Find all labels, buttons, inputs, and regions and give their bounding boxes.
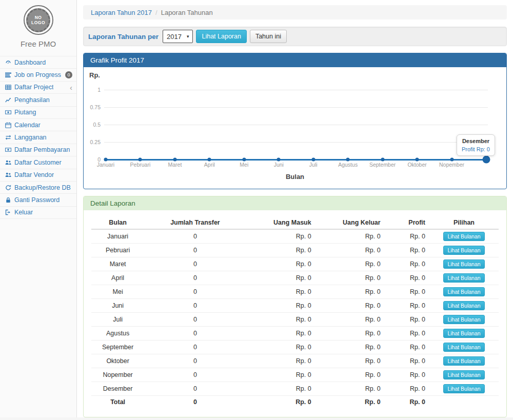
chart-point-nopember[interactable] <box>450 158 453 162</box>
cell-uang_masuk: Rp. 0 <box>246 299 315 313</box>
chart-point-desember[interactable] <box>483 156 490 164</box>
chart-point-pebruari[interactable] <box>139 158 142 162</box>
sidebar-item-daftar-project[interactable]: Daftar Project‹ <box>0 82 76 94</box>
cell-profit: Rp. 0 <box>385 382 429 396</box>
x-tick-label-september: September <box>364 162 402 168</box>
cell-jumlah_transfer: 0 <box>144 271 246 285</box>
sidebar-item-label: Daftar Pembayaran <box>14 146 70 153</box>
lihat-laporan-button[interactable]: Lihat Laporan <box>196 30 246 43</box>
chart-point-januari[interactable] <box>104 158 108 162</box>
lihat-bulanan-button-desember[interactable]: Lihat Bulanan <box>443 384 484 393</box>
cell-uang_keluar: Rp. 0 <box>315 257 385 271</box>
chart-point-maret[interactable] <box>173 158 176 162</box>
cell-uang_masuk: Rp. 0 <box>246 244 315 257</box>
sidebar-item-label: Ganti Password <box>14 196 60 204</box>
profit-chart: Rp. Bulan Desember Profit Rp: 0 00.250.5… <box>84 67 506 189</box>
column-header-jumlah-transfer: Jumlah Transfer <box>144 216 246 229</box>
cell-uang_keluar: Rp. 0 <box>315 285 385 299</box>
cell-jumlah_transfer: 0 <box>144 341 246 354</box>
x-tick-label-maret: Maret <box>156 162 194 168</box>
cell-bulan: Juli <box>91 313 144 327</box>
sidebar: NO LOGO Free PMO DashboardJob on Progres… <box>0 0 77 417</box>
year-select-value: 2017 <box>167 33 182 41</box>
year-select[interactable]: 2017 ▾ <box>163 30 193 43</box>
chart-point-agustus[interactable] <box>346 158 350 162</box>
cell-jumlah_transfer: 0 <box>144 368 246 382</box>
sidebar-item-penghasilan[interactable]: Penghasilan <box>0 94 76 106</box>
lihat-bulanan-button-pebruari[interactable]: Lihat Bulanan <box>443 246 484 255</box>
retweet-icon <box>4 134 12 141</box>
sidebar-item-daftar-customer[interactable]: Daftar Customer <box>0 156 76 169</box>
cell-bulan: Januari <box>91 229 144 244</box>
cell-pilihan: Lihat Bulanan <box>429 244 499 257</box>
cell-uang_masuk: Rp. 0 <box>246 257 315 271</box>
table-row-total: Total0Rp. 0Rp. 0Rp. 0 <box>91 396 499 408</box>
cell-profit: Rp. 0 <box>385 244 429 257</box>
sidebar-item-ganti-password[interactable]: Ganti Password <box>0 194 76 206</box>
lihat-bulanan-button-april[interactable]: Lihat Bulanan <box>443 273 484 283</box>
sidebar-item-daftar-vendor[interactable]: Daftar Vendor <box>0 169 76 182</box>
sidebar-item-job-on-progress[interactable]: Job on Progress0 <box>0 69 76 81</box>
cell-uang_keluar: Rp. 0 <box>315 271 385 285</box>
sidebar-item-backup-restore-db[interactable]: Backup/Restore DB <box>0 182 76 194</box>
chart-tooltip: Desember Profit Rp: 0 <box>457 134 495 156</box>
sidebar-item-dashboard[interactable]: Dashboard <box>0 56 76 69</box>
chart-point-mei[interactable] <box>242 158 246 162</box>
table-row-pebruari: Pebruari0Rp. 0Rp. 0Rp. 0Lihat Bulanan <box>91 244 499 257</box>
brand: NO LOGO Free PMO <box>0 0 76 52</box>
table-row-oktober: Oktober0Rp. 0Rp. 0Rp. 0Lihat Bulanan <box>91 354 499 368</box>
y-axis-title: Rp. <box>89 71 100 79</box>
lihat-bulanan-button-maret[interactable]: Lihat Bulanan <box>443 259 484 269</box>
cell-bulan: Maret <box>91 257 144 271</box>
lihat-bulanan-button-nopember[interactable]: Lihat Bulanan <box>443 370 484 379</box>
lihat-bulanan-button-januari[interactable]: Lihat Bulanan <box>443 232 484 241</box>
cell-pilihan: Lihat Bulanan <box>429 257 499 271</box>
sidebar-item-daftar-pembayaran[interactable]: Daftar Pembayaran <box>0 144 76 156</box>
chart-tooltip-title: Desember <box>462 138 490 144</box>
sidebar-item-keluar[interactable]: Keluar <box>0 207 76 219</box>
table-row-april: April0Rp. 0Rp. 0Rp. 0Lihat Bulanan <box>91 271 499 285</box>
cell-uang_keluar: Rp. 0 <box>315 313 385 327</box>
tasks-icon <box>4 72 12 78</box>
sidebar-item-piutang[interactable]: Piutang <box>0 107 76 119</box>
count-badge: 0 <box>65 71 72 78</box>
chart-point-juli[interactable] <box>311 158 315 162</box>
cell-bulan: Pebruari <box>91 244 144 257</box>
sidebar-item-calendar[interactable]: Calendar <box>0 119 76 131</box>
lihat-bulanan-button-juni[interactable]: Lihat Bulanan <box>443 301 484 310</box>
sidebar-item-langganan[interactable]: Langganan <box>0 131 76 144</box>
lihat-bulanan-button-juli[interactable]: Lihat Bulanan <box>443 315 484 324</box>
chart-point-juni[interactable] <box>277 158 281 162</box>
cell-profit: Rp. 0 <box>385 299 429 313</box>
chart-point-oktober[interactable] <box>416 158 419 162</box>
cell-jumlah_transfer: 0 <box>144 313 246 327</box>
detail-laporan-title: Detail Laporan <box>84 196 506 210</box>
cell-uang_keluar: Rp. 0 <box>315 354 385 368</box>
lihat-bulanan-button-agustus[interactable]: Lihat Bulanan <box>443 329 484 338</box>
cell-uang_keluar: Rp. 0 <box>315 368 385 382</box>
breadcrumb-item-laporan-tahunan: Laporan Tahunan <box>161 9 213 16</box>
cell-profit: Rp. 0 <box>385 313 429 327</box>
cell-pilihan: Lihat Bulanan <box>429 354 499 368</box>
total-cell-bulan: Total <box>91 396 144 408</box>
chart-point-april[interactable] <box>208 158 211 162</box>
breadcrumb-item-laporan-tahun-2017[interactable]: Laporan Tahun 2017 <box>91 9 152 16</box>
sidebar-item-label: Backup/Restore DB <box>14 184 71 191</box>
cell-uang_masuk: Rp. 0 <box>246 313 315 327</box>
lihat-bulanan-button-oktober[interactable]: Lihat Bulanan <box>443 356 484 366</box>
cell-bulan: Nopember <box>91 368 144 382</box>
cell-uang_keluar: Rp. 0 <box>315 341 385 354</box>
sidebar-menu: DashboardJob on Progress0Daftar Project‹… <box>0 56 76 219</box>
lihat-bulanan-button-september[interactable]: Lihat Bulanan <box>443 343 484 352</box>
chart-point-september[interactable] <box>381 158 384 162</box>
tahun-ini-button[interactable]: Tahun ini <box>250 30 287 43</box>
cell-jumlah_transfer: 0 <box>144 257 246 271</box>
cell-profit: Rp. 0 <box>385 271 429 285</box>
cell-uang_masuk: Rp. 0 <box>246 271 315 285</box>
table-row-desember: Desember0Rp. 0Rp. 0Rp. 0Lihat Bulanan <box>91 382 499 396</box>
lihat-bulanan-button-mei[interactable]: Lihat Bulanan <box>443 287 484 296</box>
sidebar-item-label: Keluar <box>14 209 33 216</box>
cell-pilihan: Lihat Bulanan <box>429 313 499 327</box>
cell-bulan: Desember <box>91 382 144 396</box>
total-cell-uang_masuk: Rp. 0 <box>246 396 315 408</box>
